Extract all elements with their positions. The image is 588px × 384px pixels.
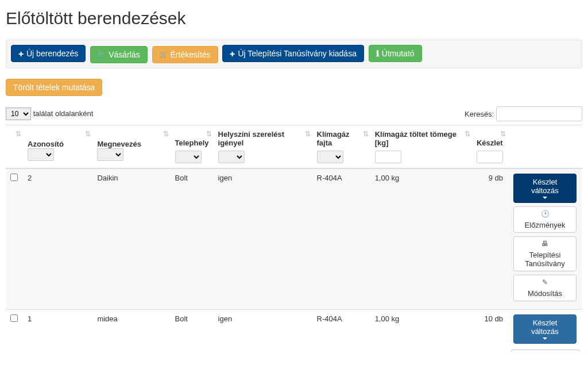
sort-icon[interactable]: ⇅ — [305, 130, 309, 138]
filter-stock[interactable] — [477, 151, 503, 163]
guide-button[interactable]: Útmutató — [369, 45, 422, 62]
stock-change-dropdown: Készlet változás 🛒Vásárlás ⚙Gyártás 🛒Ért… — [512, 314, 578, 344]
cell-name: midea — [92, 309, 170, 352]
guide-label: Útmutató — [382, 49, 415, 58]
sort-icon[interactable]: ⇅ — [85, 130, 89, 138]
cart-icon: 🛒 — [98, 51, 106, 58]
filter-gas[interactable] — [317, 151, 343, 163]
cell-mass: 1,00 kg — [370, 168, 472, 310]
search-input[interactable] — [496, 106, 582, 121]
clock-icon: 🕑 — [541, 210, 550, 218]
printer-icon: 🖶 — [541, 240, 548, 248]
filter-onsite[interactable] — [218, 151, 245, 163]
cell-id: 2 — [23, 168, 92, 310]
edit-button[interactable]: ✎ Módosítás — [513, 275, 577, 301]
show-deleted-label: Törölt tételek mutatása — [13, 83, 95, 92]
col-name: Megnevezés — [97, 140, 141, 148]
cell-gas: R-404A — [312, 168, 370, 310]
cell-site: Bolt — [171, 168, 214, 310]
row-checkbox[interactable] — [10, 314, 18, 322]
page-title: Előtöltött berendezések — [6, 9, 582, 28]
caret-down-icon — [543, 197, 547, 199]
table-controls: 10 találat oldalanként Keresés: — [6, 106, 582, 121]
cell-stock: 10 db — [472, 309, 508, 352]
new-certificate-button[interactable]: Új Telepítési Tanúsítvány kiadása — [222, 45, 364, 62]
cart-icon: 🛒 — [160, 51, 168, 58]
plus-icon — [18, 49, 24, 58]
caret-down-icon — [543, 337, 547, 340]
info-icon — [376, 49, 379, 58]
new-device-button[interactable]: Új berendezés — [11, 45, 86, 62]
history-label: Előzmények — [525, 221, 566, 229]
col-gas-mass: Klímagáz töltet tömege [kg] — [375, 130, 467, 147]
cell-id: 1 — [23, 309, 92, 352]
col-stock: Készlet — [477, 139, 503, 147]
stock-change-button[interactable]: Készlet változás — [513, 314, 577, 344]
devices-table: ⇅ Azonosító ⇅ Megnevezés ⇅ Telephely ⇅ — [6, 125, 582, 352]
sort-icon[interactable]: ⇅ — [363, 130, 367, 138]
sort-icon[interactable]: ⇅ — [206, 130, 210, 138]
main-toolbar: Új berendezés 🛒 Vásárlás 🛒 Értékesítés Ú… — [6, 40, 582, 68]
sale-label: Értékesítés — [171, 50, 211, 59]
sort-icon[interactable]: ⇅ — [500, 130, 504, 138]
search-label: Keresés: — [465, 109, 494, 118]
filter-gas-mass[interactable] — [375, 151, 401, 163]
history-button[interactable]: 🕑 Előzmények — [513, 206, 577, 233]
col-gas: Klímagáz fajta — [317, 130, 366, 147]
cell-site: Bolt — [171, 309, 214, 352]
filter-id[interactable] — [28, 148, 54, 161]
col-id: Azonosító — [28, 140, 64, 148]
sort-icon[interactable]: ⇅ — [465, 130, 469, 138]
stock-change-button[interactable]: Készlet változás — [513, 174, 577, 203]
cell-name: Daikin — [92, 168, 170, 310]
edit-label: Módosítás — [528, 289, 562, 298]
page-length-select[interactable]: 10 — [6, 107, 31, 120]
cell-gas: R-404A — [312, 309, 370, 352]
sort-icon[interactable]: ⇅ — [16, 130, 20, 138]
page-length-suffix: találat oldalanként — [33, 109, 94, 118]
purchase-label: Vásárlás — [109, 50, 140, 59]
cell-onsite: igen — [214, 168, 312, 310]
show-deleted-button[interactable]: Törölt tételek mutatása — [6, 79, 102, 96]
filter-name[interactable] — [97, 148, 123, 161]
table-row: 1 midea Bolt igen R-404A 1,00 kg 10 db K… — [6, 309, 582, 352]
install-cert-button[interactable]: 🖶 Telepítési Tanúsítvány — [513, 236, 577, 271]
table-row: 2 Daikin Bolt igen R-404A 1,00 kg 9 db K… — [6, 168, 582, 310]
stock-change-label: Készlet változás — [519, 178, 571, 195]
stock-change-label: Készlet változás — [519, 318, 571, 336]
cell-stock: 9 db — [472, 168, 508, 310]
stock-change-menu: 🛒Vásárlás ⚙Gyártás 🛒Értékesítés 📋Leltár — [511, 350, 580, 352]
sale-button[interactable]: 🛒 Értékesítés — [152, 46, 218, 63]
pencil-icon: ✎ — [542, 278, 548, 286]
purchase-button[interactable]: 🛒 Vásárlás — [90, 46, 147, 63]
col-onsite: Helyszíni szerelést igényel — [218, 130, 308, 147]
plus-icon — [230, 49, 235, 58]
cell-onsite: igen — [214, 309, 312, 352]
sort-icon[interactable]: ⇅ — [163, 130, 167, 138]
row-checkbox[interactable] — [10, 174, 18, 181]
new-device-label: Új berendezés — [26, 49, 78, 58]
new-cert-label: Új Telepítési Tanúsítvány kiadása — [238, 49, 357, 58]
cell-mass: 1,00 kg — [370, 309, 472, 352]
filter-site[interactable] — [175, 151, 202, 163]
install-cert-label: Telepítési Tanúsítvány — [520, 251, 570, 268]
col-site: Telephely — [175, 139, 209, 147]
